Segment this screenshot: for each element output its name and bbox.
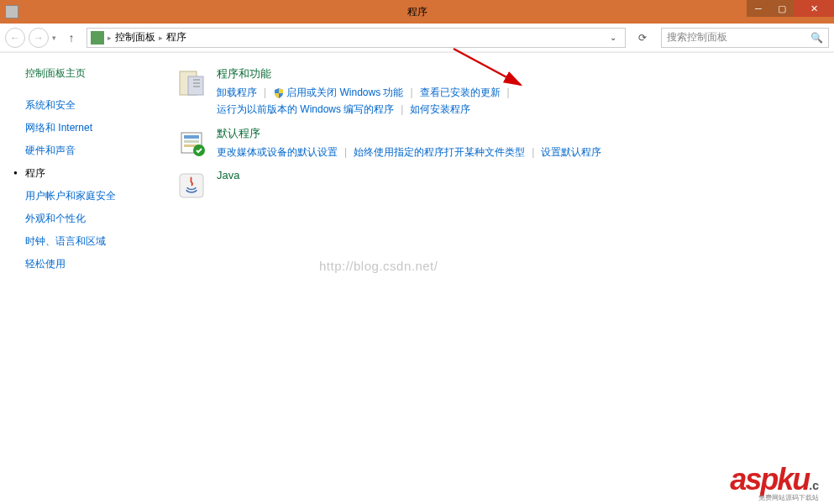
sidebar-item-users[interactable]: 用户帐户和家庭安全 xyxy=(25,185,160,207)
link-media-defaults[interactable]: 更改媒体或设备的默认设置 xyxy=(217,144,338,160)
sidebar-item-clock[interactable]: 时钟、语言和区域 xyxy=(25,230,160,253)
search-placeholder: 搜索控制面板 xyxy=(667,30,727,45)
sidebar-home[interactable]: 控制面板主页 xyxy=(25,66,160,81)
watermark-text: http://blog.csdn.net/ xyxy=(319,259,438,273)
link-how-install[interactable]: 如何安装程序 xyxy=(410,101,470,118)
close-button[interactable]: ✕ xyxy=(794,0,834,17)
breadcrumb-separator: ▸ xyxy=(108,34,112,42)
section-title[interactable]: 默认程序 xyxy=(217,126,817,141)
sidebar-item-ease[interactable]: 轻松使用 xyxy=(25,253,160,276)
window-title: 程序 xyxy=(407,5,427,19)
forward-button[interactable]: → xyxy=(29,28,49,48)
svg-rect-6 xyxy=(184,140,199,143)
content-area: 程序和功能 卸载程序 | 启用或关闭 Windows 功能 | 查看已安装的更新… xyxy=(168,53,834,502)
toolbar: ← → ▾ ↑ ▸ 控制面板 ▸ 程序 ⌄ ⟳ 搜索控制面板 🔍 xyxy=(0,24,834,52)
search-icon: 🔍 xyxy=(810,32,823,44)
section-links: 更改媒体或设备的默认设置 | 始终使用指定的程序打开某种文件类型 | 设置默认程… xyxy=(217,144,817,160)
section-links: 卸载程序 | 启用或关闭 Windows 功能 | 查看已安装的更新 | 运行为… xyxy=(217,84,817,118)
minimize-button[interactable]: ─ xyxy=(747,0,770,17)
svg-rect-5 xyxy=(184,135,199,139)
brand-subtitle: 免费网站源码下载站 xyxy=(758,493,819,502)
shield-icon xyxy=(273,87,285,99)
java-icon xyxy=(175,169,208,202)
link-windows-features[interactable]: 启用或关闭 Windows 功能 xyxy=(273,84,403,101)
window-controls: ─ ▢ ✕ xyxy=(747,0,834,17)
breadcrumb-expand[interactable]: ⌄ xyxy=(605,33,622,42)
link-filetype-assoc[interactable]: 始终使用指定的程序打开某种文件类型 xyxy=(354,144,525,160)
programs-features-icon xyxy=(175,66,208,100)
search-input[interactable]: 搜索控制面板 🔍 xyxy=(661,28,829,48)
sidebar-item-hardware[interactable]: 硬件和声音 xyxy=(25,139,160,162)
link-set-defaults[interactable]: 设置默认程序 xyxy=(541,144,601,160)
section-java: Java xyxy=(175,169,817,202)
titlebar: 程序 ─ ▢ ✕ xyxy=(0,0,834,24)
sidebar-item-appearance[interactable]: 外观和个性化 xyxy=(25,207,160,230)
sidebar-item-network[interactable]: 网络和 Internet xyxy=(25,117,160,139)
section-programs-features: 程序和功能 卸载程序 | 启用或关闭 Windows 功能 | 查看已安装的更新… xyxy=(175,66,817,118)
sidebar-item-system[interactable]: 系统和安全 xyxy=(25,94,160,117)
breadcrumb-part[interactable]: 控制面板 xyxy=(115,30,155,45)
main-body: 控制面板主页 系统和安全 网络和 Internet 硬件和声音 程序 用户帐户和… xyxy=(0,52,834,502)
svg-rect-3 xyxy=(188,76,203,95)
link-uninstall[interactable]: 卸载程序 xyxy=(217,84,257,101)
breadcrumb-part[interactable]: 程序 xyxy=(166,30,186,45)
link-compat[interactable]: 运行为以前版本的 Windows 编写的程序 xyxy=(217,101,394,118)
section-title[interactable]: Java xyxy=(217,169,817,181)
back-button[interactable]: ← xyxy=(5,28,25,48)
sidebar-item-programs[interactable]: 程序 xyxy=(25,162,160,185)
history-dropdown[interactable]: ▾ xyxy=(52,34,56,42)
section-default-programs: 默认程序 更改媒体或设备的默认设置 | 始终使用指定的程序打开某种文件类型 | … xyxy=(175,126,817,160)
brand-logo: aspku.c xyxy=(730,462,819,497)
sidebar: 控制面板主页 系统和安全 网络和 Internet 硬件和声音 程序 用户帐户和… xyxy=(0,53,168,502)
refresh-button[interactable]: ⟳ xyxy=(632,28,653,48)
maximize-button[interactable]: ▢ xyxy=(770,0,794,17)
control-panel-icon xyxy=(91,31,104,45)
section-title[interactable]: 程序和功能 xyxy=(217,66,817,81)
link-view-updates[interactable]: 查看已安装的更新 xyxy=(420,84,501,101)
breadcrumb-separator: ▸ xyxy=(159,34,163,42)
app-icon xyxy=(5,5,18,18)
up-button[interactable]: ↑ xyxy=(63,29,80,46)
default-programs-icon xyxy=(175,126,208,160)
breadcrumb[interactable]: ▸ 控制面板 ▸ 程序 ⌄ xyxy=(87,28,626,48)
